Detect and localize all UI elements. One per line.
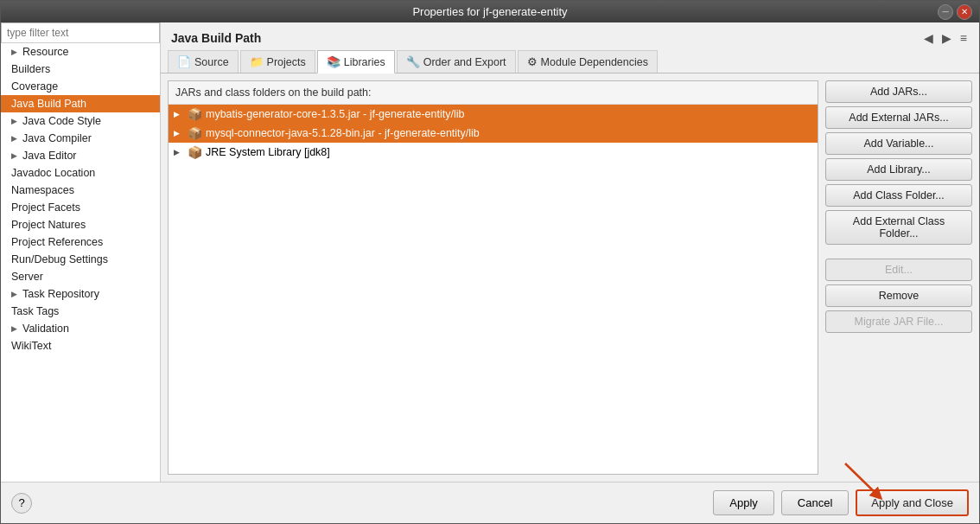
tab-icon: 📚 — [327, 55, 340, 68]
dialog: Properties for jf-generate-entity ─ ✕ Re… — [0, 0, 980, 524]
action-btn-add-variable---[interactable]: Add Variable... — [825, 132, 972, 155]
apply-button[interactable]: Apply — [713, 490, 774, 515]
title-bar: Properties for jf-generate-entity ─ ✕ — [1, 1, 979, 22]
jar-expand-icon: ▶ — [174, 129, 184, 137]
sidebar-item-task-repository[interactable]: Task Repository — [1, 285, 160, 303]
jar-icon: 📦 — [188, 107, 202, 121]
sidebar-item-validation[interactable]: Validation — [1, 320, 160, 337]
sidebar: ResourceBuildersCoverageJava Build PathJ… — [1, 22, 161, 482]
footer-left: ? — [11, 493, 32, 514]
tab-icon: ⚙ — [527, 55, 538, 68]
jar-icon: 📦 — [188, 145, 202, 159]
action-btn-edit---: Edit... — [825, 259, 972, 281]
sidebar-item-java-editor[interactable]: Java Editor — [1, 147, 160, 164]
main-header: Java Build Path ◀ ▶ ≡ — [161, 22, 979, 50]
menu-button[interactable]: ≡ — [958, 29, 969, 47]
sidebar-item-builders[interactable]: Builders — [1, 61, 160, 78]
sidebar-item-wikitext[interactable]: WikiText — [1, 337, 160, 355]
sidebar-item-project-facets[interactable]: Project Facets — [1, 199, 160, 216]
jar-row-0[interactable]: ▶📦mybatis-generator-core-1.3.5.jar - jf-… — [169, 105, 818, 124]
tabs-bar: 📄Source📁Projects📚Libraries🔧Order and Exp… — [161, 50, 979, 73]
dialog-body: ResourceBuildersCoverageJava Build PathJ… — [1, 22, 979, 482]
jar-icon: 📦 — [188, 126, 202, 140]
tab-libraries[interactable]: 📚Libraries — [317, 50, 395, 73]
sidebar-item-coverage[interactable]: Coverage — [1, 78, 160, 95]
tab-projects[interactable]: 📁Projects — [240, 50, 315, 73]
apply-area: Apply — [713, 490, 774, 515]
tab-icon: 🔧 — [406, 55, 420, 68]
sidebar-item-project-natures[interactable]: Project Natures — [1, 216, 160, 233]
sidebar-item-project-references[interactable]: Project References — [1, 233, 160, 251]
action-btn-add-external-class-folder---[interactable]: Add External Class Folder... — [825, 210, 972, 245]
help-button[interactable]: ? — [11, 493, 32, 514]
jar-name: mysql-connector-java-5.1.28-bin.jar - jf… — [206, 127, 480, 139]
tab-module-dependencies[interactable]: ⚙Module Dependencies — [518, 50, 658, 73]
jar-name: mybatis-generator-core-1.3.5.jar - jf-ge… — [206, 108, 464, 120]
sidebar-item-namespaces[interactable]: Namespaces — [1, 182, 160, 199]
sidebar-item-resource[interactable]: Resource — [1, 43, 160, 61]
tab-source[interactable]: 📄Source — [168, 50, 239, 73]
jar-row-2[interactable]: ▶📦JRE System Library [jdk8] — [169, 143, 818, 162]
minimize-button[interactable]: ─ — [938, 4, 953, 20]
main-title: Java Build Path — [171, 31, 261, 45]
jar-expand-icon: ▶ — [174, 148, 184, 157]
action-btn-add-jars---[interactable]: Add JARs... — [825, 80, 972, 103]
buttons-panel: Add JARs...Add External JARs...Add Varia… — [825, 80, 972, 475]
sidebar-item-java-compiler[interactable]: Java Compiler — [1, 130, 160, 147]
sidebar-item-task-tags[interactable]: Task Tags — [1, 303, 160, 320]
jar-row-1[interactable]: ▶📦mysql-connector-java-5.1.28-bin.jar - … — [169, 124, 818, 143]
sidebar-item-java-code-style[interactable]: Java Code Style — [1, 112, 160, 130]
action-btn-remove[interactable]: Remove — [825, 284, 972, 307]
close-button[interactable]: ✕ — [957, 4, 972, 20]
sidebar-item-run-debug-settings[interactable]: Run/Debug Settings — [1, 251, 160, 268]
tab-order-and-export[interactable]: 🔧Order and Export — [397, 50, 516, 73]
action-btn-add-external-jars---[interactable]: Add External JARs... — [825, 106, 972, 129]
main-content: Java Build Path ◀ ▶ ≡ 📄Source📁Projects📚L… — [161, 22, 979, 482]
sidebar-item-javadoc-location[interactable]: Javadoc Location — [1, 164, 160, 182]
jar-name: JRE System Library [jdk8] — [206, 146, 330, 158]
forward-button[interactable]: ▶ — [940, 29, 953, 47]
dialog-footer: ? Apply Cancel Apply and Close — [1, 482, 979, 523]
content-area: JARs and class folders on the build path… — [161, 73, 979, 482]
action-btn-add-library---[interactable]: Add Library... — [825, 158, 972, 181]
title-bar-controls: ─ ✕ — [938, 4, 972, 20]
jar-list: ▶📦mybatis-generator-core-1.3.5.jar - jf-… — [169, 105, 818, 474]
jar-panel: JARs and class folders on the build path… — [168, 80, 818, 475]
jar-expand-icon: ▶ — [174, 110, 184, 118]
apply-close-button[interactable]: Apply and Close — [856, 489, 969, 516]
cancel-button[interactable]: Cancel — [781, 490, 849, 515]
tab-icon: 📁 — [250, 55, 264, 68]
header-icons: ◀ ▶ ≡ — [922, 29, 969, 47]
footer-right: Apply Cancel Apply and Close — [713, 489, 969, 516]
action-btn-add-class-folder---[interactable]: Add Class Folder... — [825, 184, 972, 207]
sidebar-item-server[interactable]: Server — [1, 268, 160, 285]
back-button[interactable]: ◀ — [922, 29, 935, 47]
jar-panel-header: JARs and class folders on the build path… — [169, 81, 818, 105]
action-btn-migrate-jar-file---: Migrate JAR File... — [825, 310, 972, 333]
filter-input[interactable] — [1, 22, 160, 43]
sidebar-item-java-build-path[interactable]: Java Build Path — [1, 95, 160, 112]
tab-icon: 📄 — [177, 55, 191, 68]
dialog-title: Properties for jf-generate-entity — [412, 5, 567, 18]
